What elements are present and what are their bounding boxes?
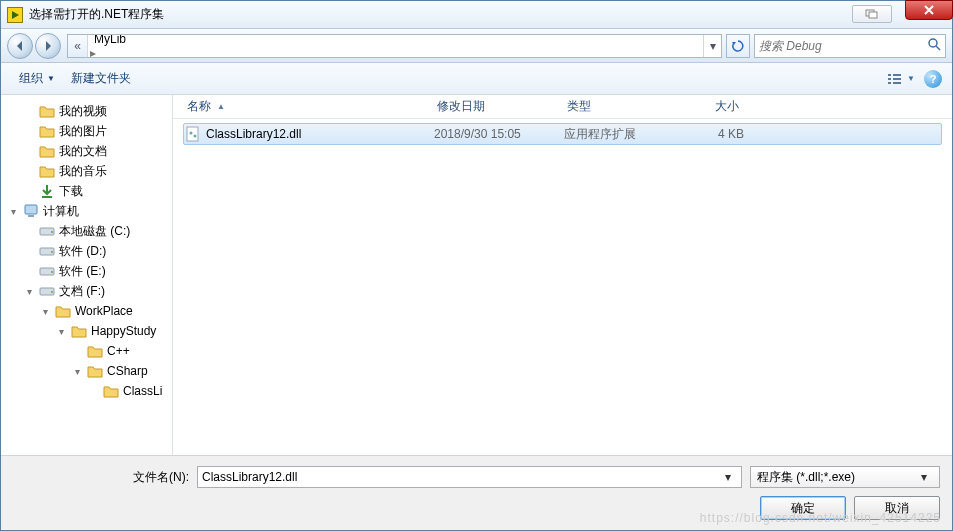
tree-label: 下载: [59, 183, 83, 200]
folder-icon: [87, 363, 103, 379]
svg-marker-0: [12, 11, 19, 19]
view-button[interactable]: ▼: [884, 67, 918, 91]
expand-icon[interactable]: ▾: [7, 206, 19, 217]
pin-icon: [865, 9, 879, 19]
svg-rect-7: [888, 78, 891, 80]
tree-label: 我的文档: [59, 143, 107, 160]
dll-icon: [184, 125, 202, 143]
svg-rect-11: [893, 82, 901, 84]
folder-icon: [39, 123, 55, 139]
tree-node[interactable]: C++: [1, 341, 172, 361]
forward-button[interactable]: [35, 33, 61, 59]
svg-rect-13: [25, 205, 37, 214]
tree-label: C++: [107, 344, 130, 358]
computer-icon: [23, 203, 39, 219]
new-folder-button[interactable]: 新建文件夹: [63, 66, 139, 91]
column-size[interactable]: 大小: [673, 98, 743, 115]
address-dropdown[interactable]: ▾: [703, 35, 721, 57]
pin-button[interactable]: [852, 5, 892, 23]
refresh-icon: [731, 39, 745, 53]
tree-label: 软件 (E:): [59, 263, 106, 280]
drive-icon: [39, 263, 55, 279]
help-button[interactable]: ?: [924, 70, 942, 88]
expand-icon[interactable]: ▾: [39, 306, 51, 317]
search-icon[interactable]: [927, 37, 941, 54]
drive-icon: [39, 243, 55, 259]
tree-node[interactable]: ▾文档 (F:): [1, 281, 172, 301]
folder-icon: [103, 383, 119, 399]
organize-button[interactable]: 组织▼: [11, 66, 63, 91]
filename-field[interactable]: ▾: [197, 466, 742, 488]
tree-node[interactable]: ClassLi: [1, 381, 172, 401]
refresh-button[interactable]: [726, 34, 750, 58]
folder-tree: 我的视频我的图片我的文档我的音乐下载▾计算机本地磁盘 (C:)软件 (D:)软件…: [1, 95, 172, 407]
back-button[interactable]: [7, 33, 33, 59]
tree-node[interactable]: ▾计算机: [1, 201, 172, 221]
column-date[interactable]: 修改日期: [433, 98, 563, 115]
tree-node[interactable]: 本地磁盘 (C:): [1, 221, 172, 241]
view-icon: [887, 72, 905, 86]
expand-icon[interactable]: ▾: [55, 326, 67, 337]
ok-button[interactable]: 确定: [760, 496, 846, 520]
column-name[interactable]: 名称▲: [183, 98, 433, 115]
expand-icon[interactable]: ▾: [71, 366, 83, 377]
tree-node[interactable]: 下载: [1, 181, 172, 201]
search-input[interactable]: [759, 39, 927, 53]
tree-node[interactable]: ▾CSharp: [1, 361, 172, 381]
svg-point-16: [51, 231, 53, 233]
filename-dropdown[interactable]: ▾: [720, 470, 737, 484]
file-name: ClassLibrary12.dll: [206, 127, 301, 141]
tree-node[interactable]: ▾HappyStudy: [1, 321, 172, 341]
folder-icon: [39, 103, 55, 119]
titlebar: 选择需打开的.NET程序集: [1, 1, 952, 29]
search-box[interactable]: [754, 34, 946, 58]
tree-node[interactable]: 我的文档: [1, 141, 172, 161]
tree-node[interactable]: 软件 (E:): [1, 261, 172, 281]
sort-asc-icon: ▲: [217, 102, 225, 111]
address-bar[interactable]: « WorkPlace▸HappyStudy▸CSharp▸MyLib▸Clas…: [67, 34, 722, 58]
svg-point-4: [929, 39, 937, 47]
tree-label: HappyStudy: [91, 324, 156, 338]
svg-rect-23: [187, 127, 198, 141]
tree-label: 软件 (D:): [59, 243, 106, 260]
folder-icon: [71, 323, 87, 339]
column-header: 名称▲ 修改日期 类型 大小: [173, 95, 952, 119]
close-icon: [923, 5, 935, 15]
drive-icon: [39, 283, 55, 299]
file-date: 2018/9/30 15:05: [434, 127, 564, 141]
file-list[interactable]: ClassLibrary12.dll2018/9/30 15:05应用程序扩展4…: [173, 119, 952, 455]
tree-label: 文档 (F:): [59, 283, 105, 300]
app-icon: [7, 7, 23, 23]
tree-node[interactable]: 我的音乐: [1, 161, 172, 181]
folder-icon: [55, 303, 71, 319]
filename-input[interactable]: [202, 470, 720, 484]
tree-label: 计算机: [43, 203, 79, 220]
svg-point-20: [51, 271, 53, 273]
sidebar[interactable]: 我的视频我的图片我的文档我的音乐下载▾计算机本地磁盘 (C:)软件 (D:)软件…: [1, 95, 173, 455]
tree-node[interactable]: 我的图片: [1, 121, 172, 141]
file-pane: 名称▲ 修改日期 类型 大小 ClassLibrary12.dll2018/9/…: [173, 95, 952, 455]
tree-node[interactable]: 我的视频: [1, 101, 172, 121]
tree-label: 我的音乐: [59, 163, 107, 180]
svg-point-22: [51, 291, 53, 293]
svg-point-24: [190, 132, 193, 135]
svg-point-25: [194, 135, 197, 138]
expand-icon[interactable]: ▾: [23, 286, 35, 297]
cancel-button[interactable]: 取消: [854, 496, 940, 520]
svg-rect-2: [869, 12, 877, 18]
tree-node[interactable]: 软件 (D:): [1, 241, 172, 261]
footer: 文件名(N): ▾ 程序集 (*.dll;*.exe) ▾ 确定 取消: [1, 455, 952, 530]
toolbar: 组织▼ 新建文件夹 ▼ ?: [1, 63, 952, 95]
tree-label: 我的图片: [59, 123, 107, 140]
address-overflow[interactable]: «: [68, 35, 88, 57]
folder-icon: [39, 143, 55, 159]
breadcrumb-item[interactable]: MyLib: [88, 34, 180, 46]
svg-rect-14: [28, 215, 34, 217]
filter-dropdown[interactable]: 程序集 (*.dll;*.exe) ▾: [750, 466, 940, 488]
tree-node[interactable]: ▾WorkPlace: [1, 301, 172, 321]
column-type[interactable]: 类型: [563, 98, 673, 115]
file-row[interactable]: ClassLibrary12.dll2018/9/30 15:05应用程序扩展4…: [183, 123, 942, 145]
close-button[interactable]: [905, 0, 953, 20]
body: 我的视频我的图片我的文档我的音乐下载▾计算机本地磁盘 (C:)软件 (D:)软件…: [1, 95, 952, 455]
navbar: « WorkPlace▸HappyStudy▸CSharp▸MyLib▸Clas…: [1, 29, 952, 63]
